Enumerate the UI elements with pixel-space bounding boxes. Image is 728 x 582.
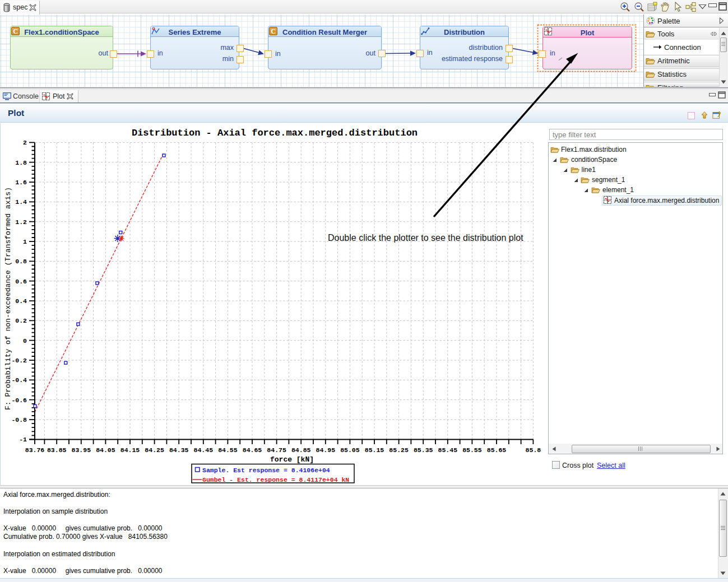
svg-text:-0.2: -0.2 — [11, 357, 27, 364]
svg-text:1.4: 1.4 — [15, 198, 27, 206]
svg-text:85.65: 85.65 — [487, 446, 507, 454]
svg-text:84.55: 84.55 — [218, 446, 238, 454]
svg-text:-0.4: -0.4 — [11, 376, 27, 384]
svg-text:1.8: 1.8 — [15, 159, 27, 166]
svg-text:84.75: 84.75 — [267, 446, 286, 454]
svg-text:Gumbel - Est. response = 8.411: Gumbel - Est. response = 8.4117e+04 kN — [202, 476, 349, 483]
svg-text:F: Probability of non-exceedan: F: Probability of non-exceedance (Transf… — [4, 187, 12, 410]
svg-text:85.55: 85.55 — [462, 446, 482, 454]
svg-text:0: 0 — [23, 337, 27, 344]
svg-text:0.4: 0.4 — [15, 297, 27, 305]
svg-text:1.6: 1.6 — [15, 179, 27, 186]
svg-text:85.45: 85.45 — [438, 446, 458, 454]
svg-text:force [kN]: force [kN] — [270, 455, 314, 464]
svg-text:Sample. Est response = 8.4106e: Sample. Est response = 8.4106e+04 — [202, 467, 330, 474]
svg-text:84.25: 84.25 — [145, 446, 164, 454]
svg-text:0.2: 0.2 — [15, 317, 27, 324]
svg-text:-0.8: -0.8 — [11, 416, 27, 423]
svg-text:83.85: 83.85 — [47, 446, 67, 454]
svg-text:83.95: 83.95 — [72, 446, 91, 454]
svg-text:-0.6: -0.6 — [11, 397, 27, 404]
svg-text:85.05: 85.05 — [340, 446, 360, 454]
svg-text:84.45: 84.45 — [194, 446, 214, 454]
svg-text:85.8: 85.8 — [526, 446, 541, 454]
svg-text:83.76: 83.76 — [25, 446, 45, 454]
svg-text:84.15: 84.15 — [120, 446, 140, 454]
svg-text:1: 1 — [23, 238, 27, 245]
svg-text:85.15: 85.15 — [365, 446, 384, 454]
svg-text:1.2: 1.2 — [15, 218, 27, 226]
svg-text:84.05: 84.05 — [96, 446, 115, 454]
svg-text:0.6: 0.6 — [15, 278, 27, 285]
svg-text:84.35: 84.35 — [169, 446, 189, 454]
svg-text:-1: -1 — [19, 436, 27, 443]
svg-text:0.8: 0.8 — [15, 258, 27, 265]
svg-text:85.25: 85.25 — [389, 446, 409, 454]
svg-text:2: 2 — [23, 139, 27, 146]
svg-text:85.35: 85.35 — [414, 446, 433, 454]
svg-text:Distribution - Axial force.max: Distribution - Axial force.max.merged.di… — [132, 128, 418, 138]
svg-text:84.65: 84.65 — [243, 446, 262, 454]
svg-text:84.95: 84.95 — [316, 446, 336, 454]
svg-text:84.85: 84.85 — [291, 446, 311, 454]
